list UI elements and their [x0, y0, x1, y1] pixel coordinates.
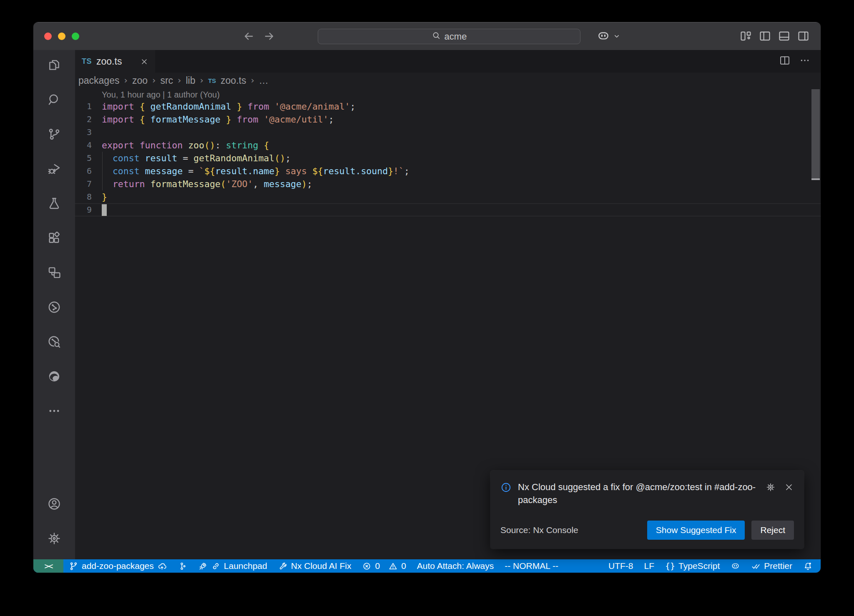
breadcrumb: packages›zoo›src›lib›TSzoo.ts›…: [75, 73, 821, 88]
more-views-icon[interactable]: [44, 401, 64, 421]
toggle-panel-icon[interactable]: [778, 30, 791, 44]
zoom-window-button[interactable]: [72, 33, 79, 40]
code-line[interactable]: 9: [75, 203, 821, 216]
braces-icon: {}: [665, 561, 675, 571]
tab-zoo-ts[interactable]: TS zoo.ts: [75, 50, 155, 73]
breadcrumb-item[interactable]: packages: [78, 75, 119, 86]
error-icon: [362, 561, 372, 571]
code-line[interactable]: 5 const result = getRandomAnimal();: [75, 152, 821, 165]
eol-item[interactable]: LF: [638, 559, 660, 573]
breadcrumb-item[interactable]: …: [259, 75, 269, 86]
customize-layout-icon[interactable]: [739, 30, 752, 44]
breadcrumb-separator: ›: [251, 75, 254, 85]
notifications-bell-item[interactable]: [798, 559, 818, 573]
language-item[interactable]: {} TypeScript: [660, 559, 725, 573]
code-token: says: [280, 166, 312, 176]
problems-item[interactable]: 0 0: [357, 559, 411, 573]
reject-button[interactable]: Reject: [751, 521, 794, 540]
code-token: [231, 114, 237, 125]
code-token: ;: [329, 114, 334, 125]
line-number: 1: [75, 100, 92, 113]
code-token: ;: [285, 153, 291, 163]
tab-close-icon[interactable]: [140, 57, 148, 65]
editor-more-actions-icon[interactable]: [799, 55, 811, 68]
code-token: :: [215, 140, 226, 150]
account-icon[interactable]: [44, 494, 64, 514]
nx-cloud-ai-fix-item[interactable]: Nx Cloud AI Fix: [273, 559, 357, 573]
code-token: !`: [393, 166, 404, 176]
code-line[interactable]: 8}: [75, 190, 821, 203]
remote-explorer-icon[interactable]: [44, 263, 64, 283]
minimize-window-button[interactable]: [58, 33, 65, 40]
toggle-secondary-sidebar-icon[interactable]: [797, 30, 810, 44]
settings-gear-icon[interactable]: [44, 528, 64, 548]
code-line[interactable]: 4export function zoo(): string {: [75, 139, 821, 152]
breadcrumb-item[interactable]: zoo.ts: [221, 75, 246, 86]
code-token: result.name: [215, 166, 274, 176]
split-editor-icon[interactable]: [779, 55, 791, 68]
gitlens-codelens[interactable]: You, 1 hour ago | 1 author (You): [102, 88, 821, 100]
code-token: from: [237, 114, 259, 125]
git-branch-item[interactable]: add-zoo-packages: [63, 559, 172, 573]
language-label: TypeScript: [678, 561, 720, 571]
back-icon[interactable]: [242, 30, 255, 45]
breadcrumb-item[interactable]: src: [160, 75, 173, 86]
code-token: {: [264, 140, 269, 150]
code-token: [140, 166, 145, 176]
code-line[interactable]: 1import { getRandomAnimal } from '@acme/…: [75, 100, 821, 113]
breadcrumb-item[interactable]: lib: [186, 75, 195, 86]
code-token: [102, 153, 113, 163]
code-token: const: [113, 166, 140, 176]
code-token: }: [388, 166, 393, 176]
commit-graph-item[interactable]: [172, 559, 193, 573]
toggle-primary-sidebar-icon[interactable]: [759, 30, 771, 44]
forward-icon[interactable]: [263, 30, 276, 45]
nx-cloud-icon[interactable]: [44, 332, 64, 352]
code-token: =: [183, 166, 199, 176]
extensions-icon[interactable]: [44, 228, 64, 248]
remote-indicator[interactable]: ><: [33, 559, 63, 573]
code-line[interactable]: 3: [75, 126, 821, 139]
source-control-icon[interactable]: [44, 124, 64, 144]
vim-mode-item[interactable]: -- NORMAL --: [499, 559, 564, 573]
tab-label: zoo.ts: [96, 56, 122, 67]
command-center-search[interactable]: acme: [318, 29, 580, 44]
warning-icon: [388, 561, 398, 571]
code-token: `: [199, 166, 204, 176]
auto-attach-item[interactable]: Auto Attach: Always: [412, 559, 499, 573]
code-line[interactable]: 6 const message = `${result.name} says $…: [75, 165, 821, 178]
warning-count: 0: [401, 561, 406, 571]
editor-scrollbar[interactable]: [811, 89, 820, 180]
close-window-button[interactable]: [44, 33, 52, 40]
rocket-icon: [198, 561, 208, 571]
notification-message: Nx Cloud suggested a fix for @acme/zoo:t…: [518, 481, 759, 506]
explorer-icon[interactable]: [44, 55, 64, 75]
edge-browser-icon[interactable]: [44, 366, 64, 386]
wrench-icon: [278, 561, 288, 571]
testing-icon[interactable]: [44, 193, 64, 213]
show-suggested-fix-button[interactable]: Show Suggested Fix: [647, 521, 745, 540]
code-token: (): [204, 140, 215, 150]
run-debug-icon[interactable]: [44, 159, 64, 179]
encoding-item[interactable]: UTF-8: [603, 559, 639, 573]
notification-settings-gear-icon[interactable]: [766, 482, 776, 494]
copilot-status-item[interactable]: [725, 559, 746, 573]
code-token: getRandomAnimal: [193, 153, 274, 163]
code-token: [102, 179, 113, 189]
code-token: {: [140, 101, 145, 112]
formatter-item[interactable]: Prettier: [746, 559, 798, 573]
code-line[interactable]: 2import { formatMessage } from '@acme/ut…: [75, 113, 821, 126]
search-sidebar-icon[interactable]: [44, 90, 64, 110]
link-icon: [211, 561, 221, 571]
code-line[interactable]: 7 return formatMessage('ZOO', message);: [75, 178, 821, 190]
nx-console-icon[interactable]: [44, 297, 64, 317]
launchpad-item[interactable]: Launchpad: [193, 559, 273, 573]
code-token: const: [113, 153, 140, 163]
notification-close-icon[interactable]: [784, 482, 794, 494]
code-token: ;: [350, 101, 356, 112]
copilot-menu[interactable]: [596, 29, 621, 43]
breadcrumb-separator: ›: [200, 75, 203, 85]
line-number: 3: [75, 126, 92, 139]
breadcrumb-item[interactable]: zoo: [132, 75, 148, 86]
breadcrumb-separator: ›: [124, 75, 127, 85]
